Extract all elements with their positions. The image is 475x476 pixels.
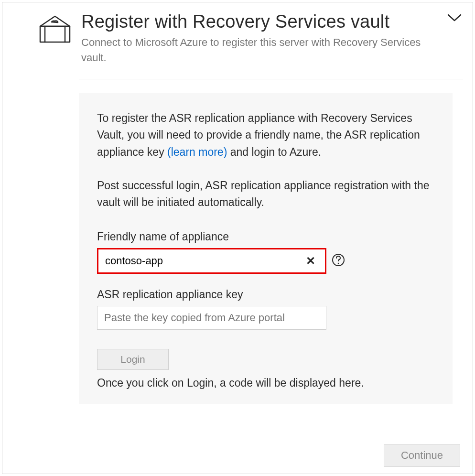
continue-button[interactable]: Continue [384, 444, 460, 467]
header: Register with Recovery Services vault Co… [38, 12, 463, 65]
appliance-key-label: ASR replication appliance key [97, 288, 434, 301]
vault-icon [38, 15, 72, 46]
header-text: Register with Recovery Services vault Co… [81, 12, 463, 65]
info-text-1-post: and login to Azure. [227, 146, 321, 158]
info-text-1: To register the ASR replication applianc… [97, 110, 434, 161]
friendly-name-input[interactable] [105, 255, 303, 267]
register-panel: Register with Recovery Services vault Co… [2, 2, 473, 474]
friendly-name-row: ✕ [97, 248, 434, 274]
page-subtitle: Connect to Microsoft Azure to register t… [81, 35, 444, 65]
learn-more-link[interactable]: (learn more) [167, 146, 227, 158]
login-hint: Once you click on Login, a code will be … [97, 377, 434, 389]
svg-point-5 [338, 262, 339, 264]
content-panel: To register the ASR replication applianc… [79, 93, 453, 404]
collapse-chevron-icon[interactable] [447, 13, 462, 24]
friendly-name-label: Friendly name of appliance [97, 230, 434, 243]
info-text-2: Post successful login, ASR replication a… [97, 177, 434, 211]
divider [79, 79, 463, 79]
page-title: Register with Recovery Services vault [81, 12, 444, 32]
friendly-name-input-wrap: ✕ [97, 248, 326, 274]
clear-input-icon[interactable]: ✕ [303, 254, 318, 268]
help-icon[interactable] [331, 253, 345, 269]
appliance-key-input[interactable] [97, 306, 326, 330]
login-button[interactable]: Login [97, 349, 169, 370]
